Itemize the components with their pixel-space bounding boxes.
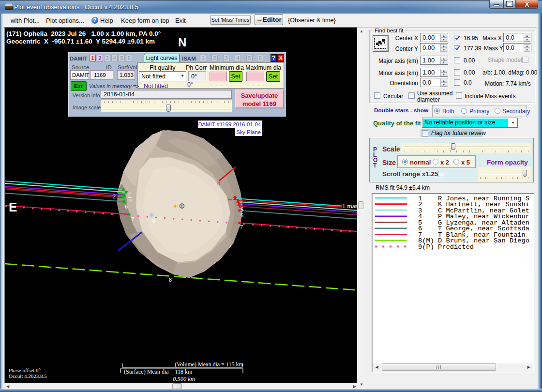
svg-text:(Volume) Mean dia = 115 km: (Volume) Mean dia = 115 km [175, 361, 243, 368]
svg-text:7: 7 [240, 224, 243, 230]
svg-text:DAMIT #1169 2016-01-04: DAMIT #1169 2016-01-04 [198, 121, 261, 127]
svg-text:6: 6 [125, 203, 128, 210]
svg-text:(171) Ophelia 2023 Jul 26 1: (171) Ophelia 2023 Jul 26 1.00 x 1.00 km… [6, 30, 161, 37]
svg-text:9(P) Predicted: 9(P) Predicted [418, 243, 474, 251]
svg-text:Occult 4.2023.8.5: Occult 4.2023.8.5 [9, 373, 47, 379]
svg-text:6: 6 [241, 212, 243, 219]
svg-text:7: 7 [131, 216, 134, 223]
svg-text:3: 3 [126, 192, 131, 195]
svg-text:Phase offset 0°: Phase offset 0° [9, 367, 41, 373]
svg-text:E: E [9, 200, 17, 214]
svg-text:0.500 km: 0.500 km [173, 376, 195, 382]
svg-text:Geocentric X -950.71 ±1.60: Geocentric X -950.71 ±1.60 Y 5294.49 ±9.… [6, 38, 155, 45]
svg-text:2: 2 [113, 193, 116, 200]
svg-text:(Surface) Mean dia = 118 km: (Surface) Mean dia = 118 km [124, 368, 193, 375]
svg-text:9: 9 [152, 218, 155, 225]
svg-text:8: 8 [169, 276, 172, 283]
svg-text:1 mas: 1 mas [342, 202, 357, 210]
svg-text:5: 5 [128, 199, 133, 202]
svg-text:4: 4 [127, 196, 132, 198]
svg-text:N: N [217, 181, 220, 186]
svg-text:Sky Plane: Sky Plane [236, 129, 261, 135]
svg-text:N: N [178, 36, 186, 49]
